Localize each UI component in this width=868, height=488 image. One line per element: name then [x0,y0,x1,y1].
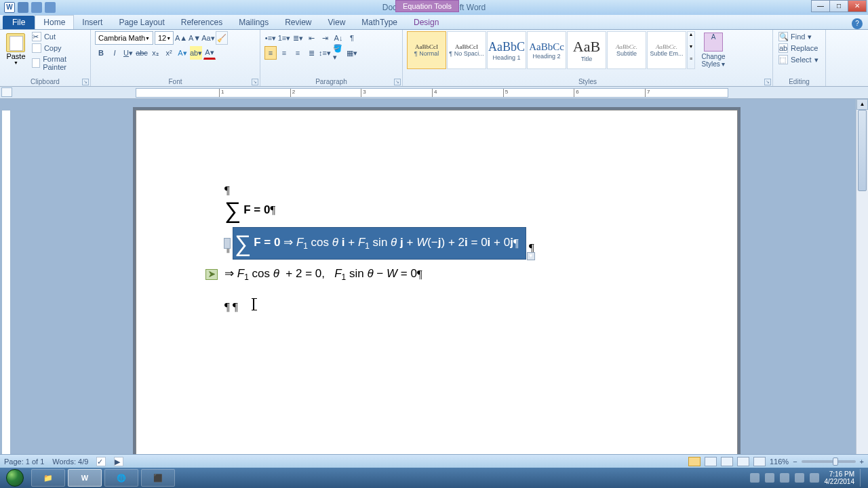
font-size-combo[interactable]: 12▼ [155,31,174,45]
equation-options-icon[interactable]: ▼ [527,252,535,260]
sort-button[interactable]: A↓ [332,31,344,45]
cut-button[interactable]: ✂Cut [31,31,86,42]
taskbar-explorer[interactable]: 📁 [31,469,65,487]
show-desktop-button[interactable] [860,469,865,487]
tab-page-layout[interactable]: Page Layout [111,16,172,29]
font-color-button[interactable]: A▾ [203,46,216,60]
highlight-button[interactable]: ab▾ [190,46,202,60]
redo-icon[interactable] [45,2,56,13]
zoom-level[interactable]: 116% [770,458,789,466]
zoom-slider[interactable] [802,460,856,463]
styles-gallery[interactable]: AaBbCcI¶ Normal AaBbCcI¶ No Spaci... AaB… [407,31,695,69]
page[interactable]: ¶ ∑F = 0¶ ¶ ∑ F = 0 ⇒ F1 cos θ i + F1 si… [136,110,738,468]
vertical-ruler[interactable] [1,110,11,466]
macro-icon[interactable]: ▶ [114,457,123,466]
style-subtitle[interactable]: AaBbCc.Subtitle [607,31,646,69]
word-icon[interactable]: W [4,2,15,13]
superscript-button[interactable]: x² [163,46,175,60]
spellcheck-icon[interactable]: ✓ [96,457,106,466]
tray-icon[interactable] [765,473,774,483]
tab-selector[interactable] [1,87,12,97]
undo-icon[interactable] [31,2,42,13]
equation-handle-icon[interactable]: ⮞ [205,269,218,280]
full-screen-view[interactable] [705,457,717,466]
format-painter-button[interactable]: Format Painter [31,54,86,72]
horizontal-ruler[interactable]: 1 2 3 4 5 6 7 [136,88,728,98]
tab-review[interactable]: Review [277,16,319,29]
save-icon[interactable] [18,2,28,13]
network-icon[interactable] [795,473,804,483]
text-effects-button[interactable]: A▾ [176,46,189,60]
borders-button[interactable]: ▦▾ [346,46,358,60]
tray-icon[interactable] [750,473,760,483]
find-button[interactable]: 🔍Find ▾ [777,31,821,42]
underline-button[interactable]: U▾ [122,46,134,60]
equation-3[interactable]: ⮞ ⇒ F1 cos θ + 2 = 0, F1 sin θ − W = 0¶ [224,266,649,282]
gallery-down[interactable]: ▼ [688,44,694,56]
change-styles-button[interactable]: A Change Styles ▾ [698,31,729,68]
minimize-button[interactable]: — [811,0,830,12]
gallery-more[interactable]: ≡ [688,56,694,68]
gallery-up[interactable]: ▲ [688,32,694,44]
taskbar-word[interactable]: W [68,469,102,487]
tab-design[interactable]: Design [406,16,447,29]
clipboard-launcher[interactable]: ↘ [82,79,89,85]
multilevel-button[interactable]: ≣▾ [292,31,304,45]
font-name-combo[interactable]: Cambria Math▼ [95,31,153,45]
justify-button[interactable]: ≣ [305,46,317,60]
decrease-indent-button[interactable]: ⇤ [305,31,317,45]
tab-file[interactable]: File [3,16,35,29]
vertical-scrollbar[interactable]: ▲ ▼ [856,99,868,468]
grow-font-button[interactable]: A▲ [175,31,187,45]
start-button[interactable] [0,468,30,488]
close-button[interactable]: ✕ [848,0,867,12]
tab-references[interactable]: References [173,16,231,29]
tab-home[interactable]: Home [35,15,74,29]
paste-button[interactable]: Paste ▼ [4,31,28,73]
bullets-button[interactable]: •≡▾ [264,31,277,45]
italic-button[interactable]: I [108,46,121,60]
replace-button[interactable]: abReplace [777,43,821,54]
paragraph-launcher[interactable]: ↘ [394,79,401,85]
style-heading2[interactable]: AaBbCcHeading 2 [527,31,566,69]
equation-1[interactable]: ∑F = 0¶ [224,199,649,222]
help-icon[interactable]: ? [852,18,863,29]
draft-view[interactable] [753,457,766,466]
subscript-button[interactable]: x₂ [149,46,161,60]
style-heading1[interactable]: AaBbCHeading 1 [487,31,526,69]
web-layout-view[interactable] [721,457,733,466]
style-no-spacing[interactable]: AaBbCcI¶ No Spaci... [447,31,486,69]
zoom-in-button[interactable]: + [860,458,864,466]
styles-launcher[interactable]: ↘ [764,79,771,85]
strikethrough-button[interactable]: abc [136,46,148,60]
bold-button[interactable]: B [95,46,107,60]
select-button[interactable]: ⬚Select ▾ [777,54,821,65]
equation-handle[interactable] [224,238,231,249]
numbering-button[interactable]: 1≡▾ [278,31,290,45]
equation-2-selected[interactable]: ∑ F = 0 ⇒ F1 cos θ i + F1 sin θ j + W(−j… [233,227,526,260]
line-spacing-button[interactable]: ↕≡▾ [319,46,331,60]
volume-icon[interactable] [810,473,819,483]
tray-icon[interactable] [780,473,789,483]
outline-view[interactable] [737,457,749,466]
status-page[interactable]: Page: 1 of 1 [4,458,44,466]
style-subtle-em[interactable]: AaBbCc.Subtle Em... [647,31,686,69]
tab-insert[interactable]: Insert [74,16,111,29]
scroll-thumb[interactable] [858,110,867,191]
align-center-button[interactable]: ≡ [278,46,290,60]
increase-indent-button[interactable]: ⇥ [319,31,331,45]
tab-view[interactable]: View [320,16,354,29]
print-layout-view[interactable] [688,457,701,466]
zoom-out-button[interactable]: − [793,458,797,466]
clear-formatting-button[interactable]: 🧹 [216,31,228,45]
taskbar-app[interactable]: ⬛ [141,469,175,487]
align-right-button[interactable]: ≡ [292,46,304,60]
tab-mathtype[interactable]: MathType [353,16,406,29]
taskbar-clock[interactable]: 7:16 PM 4/22/2014 [825,470,855,485]
align-left-button[interactable]: ≡ [264,46,277,60]
status-words[interactable]: Words: 4/9 [52,458,88,466]
tab-mailings[interactable]: Mailings [231,16,277,29]
shading-button[interactable]: 🪣▾ [332,46,344,60]
show-marks-button[interactable]: ¶ [346,31,358,45]
shrink-font-button[interactable]: A▼ [189,31,201,45]
